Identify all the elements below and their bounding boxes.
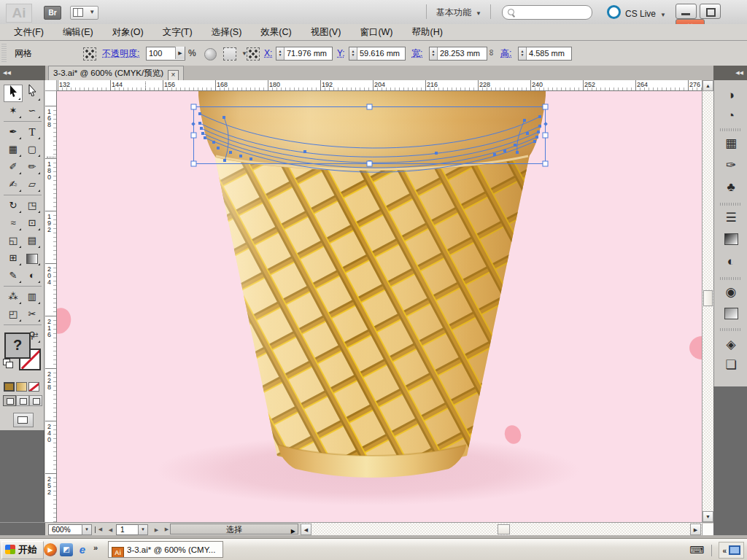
dock-divider[interactable] xyxy=(720,128,742,131)
status-indicator[interactable]: 选择▶ xyxy=(170,524,298,534)
direct-selection-tool[interactable] xyxy=(23,85,42,102)
brushes-panel-icon[interactable]: ✑ xyxy=(714,156,747,175)
swap-fill-stroke-icon[interactable]: ⇄ xyxy=(32,331,38,339)
dock-divider[interactable] xyxy=(720,328,742,331)
internet-explorer-icon[interactable]: e xyxy=(76,543,89,556)
y-label[interactable]: Y: xyxy=(337,41,345,66)
menu-window[interactable]: 窗口(W) xyxy=(350,24,402,40)
vertical-scrollbar-thumb[interactable] xyxy=(703,290,713,306)
first-artboard-icon[interactable]: ◀ xyxy=(95,526,105,533)
width-label[interactable]: 宽: xyxy=(411,41,422,66)
x-label[interactable]: X: xyxy=(264,41,272,66)
menu-file[interactable]: 文件(F) xyxy=(4,24,53,40)
gradient-panel-icon[interactable] xyxy=(714,229,747,248)
menu-object[interactable]: 对象(O) xyxy=(103,24,153,40)
width-field[interactable]: ▲▼28.253 mm xyxy=(429,47,487,61)
artboards-panel-icon[interactable]: ❏ xyxy=(714,356,747,375)
eyedropper-tool[interactable]: ✎ xyxy=(4,267,23,284)
transparency-panel-icon[interactable]: ◐ xyxy=(714,252,747,271)
input-method-icon[interactable]: ⌨ xyxy=(689,544,704,556)
quick-launch-icon[interactable]: ◩ xyxy=(60,543,73,556)
vertical-ruler[interactable]: 168 180 192 204 216 228 240 252 xyxy=(45,91,57,522)
start-button[interactable]: 开始 xyxy=(1,541,44,559)
menu-view[interactable]: 视图(V) xyxy=(301,24,351,40)
none-button[interactable] xyxy=(28,382,39,392)
menu-edit[interactable]: 编辑(E) xyxy=(53,24,103,40)
gradient-tool[interactable] xyxy=(23,249,42,267)
paintbrush-tool[interactable]: ✐ xyxy=(4,158,23,176)
network-icon[interactable] xyxy=(729,545,740,555)
y-field[interactable]: ▲▼59.616 mm xyxy=(349,47,406,61)
draw-behind-button[interactable] xyxy=(16,395,29,406)
recolor-artwork-icon[interactable] xyxy=(223,47,236,61)
previous-artboard-icon[interactable]: ◀ xyxy=(106,524,115,535)
media-player-icon[interactable]: ▶ xyxy=(44,543,57,556)
width-tool[interactable]: ≈ xyxy=(4,214,23,232)
stepper-icon[interactable]: ▲▼ xyxy=(519,47,527,60)
draw-inside-button[interactable] xyxy=(29,395,42,406)
appearance-panel-icon[interactable]: ◉ xyxy=(714,283,747,302)
type-tool[interactable]: T xyxy=(23,123,42,141)
perspective-grid-tool[interactable]: ▤ xyxy=(23,232,42,249)
color-panel-icon[interactable]: ◑ xyxy=(714,86,747,105)
document-tab[interactable]: 3-3.ai* @ 600% (CMYK/预览)× xyxy=(48,66,184,80)
next-artboard-icon[interactable]: ▶ xyxy=(152,524,161,535)
stroke-panel-icon[interactable]: ☰ xyxy=(714,209,747,228)
scale-tool[interactable]: ◳ xyxy=(23,197,42,214)
opacity-field[interactable]: 100▶ xyxy=(146,47,185,61)
graphic-style-icon[interactable] xyxy=(204,48,217,61)
scroll-down-icon[interactable]: ▼ xyxy=(703,511,713,522)
stepper-icon[interactable]: ▲▼ xyxy=(276,47,285,60)
rectangle-grid-tool[interactable]: ▦ xyxy=(4,141,23,158)
eraser-tool[interactable]: ▱ xyxy=(23,176,42,193)
gradient-button[interactable] xyxy=(16,382,27,392)
quick-launch-overflow-icon[interactable]: » xyxy=(93,543,98,552)
vertical-scrollbar[interactable]: ▲ ▼ xyxy=(702,80,713,522)
lasso-tool[interactable]: ∽ xyxy=(23,102,42,120)
selection-tool[interactable] xyxy=(4,85,23,102)
artboard-tool[interactable]: ◰ xyxy=(4,306,23,323)
workspace-switcher[interactable]: 基本功能▼ xyxy=(436,6,481,19)
blend-tool[interactable]: ◐ xyxy=(23,267,42,284)
close-tab-icon[interactable]: × xyxy=(168,70,179,81)
drag-grip[interactable] xyxy=(1,44,7,63)
horizontal-ruler[interactable]: 132 144 156 168 180 192 204 216 228 240 … xyxy=(57,80,702,91)
arrange-documents-button[interactable]: ▼ xyxy=(70,6,98,20)
tools-panel-header[interactable]: ◀◀ xyxy=(0,66,45,80)
rotate-tool[interactable]: ↻ xyxy=(4,197,23,214)
height-field[interactable]: ▲▼4.585 mm xyxy=(518,47,572,61)
dock-header[interactable]: ◀◀ xyxy=(713,66,747,80)
edit-mesh-icon[interactable] xyxy=(83,47,96,61)
restore-button[interactable] xyxy=(700,4,721,19)
magic-wand-tool[interactable]: ✶ xyxy=(4,102,23,120)
height-label[interactable]: 高: xyxy=(500,41,511,66)
screen-mode-button[interactable] xyxy=(13,413,34,427)
layers-panel-icon[interactable]: ◈ xyxy=(714,335,747,354)
cslive-button[interactable]: CS Live▼ xyxy=(607,5,666,18)
graphic-styles-panel-icon[interactable] xyxy=(714,303,747,322)
scroll-left-icon[interactable]: ◀ xyxy=(301,524,311,535)
symbols-panel-icon[interactable]: ♣ xyxy=(714,178,747,197)
taskbar-document-button[interactable]: Ai3-3.ai* @ 600% (CMY... xyxy=(108,541,223,558)
swatches-panel-icon[interactable]: ▦ xyxy=(714,134,747,153)
tray-collapse-icon[interactable]: « xyxy=(722,547,727,555)
scroll-up-icon[interactable]: ▲ xyxy=(703,80,713,91)
dock-divider[interactable] xyxy=(720,203,742,206)
dock-divider[interactable] xyxy=(720,277,742,280)
horizontal-scrollbar-thumb[interactable] xyxy=(498,524,510,534)
link-dimensions-icon[interactable]: ∞ xyxy=(487,50,497,56)
transform-reference-icon[interactable] xyxy=(247,47,260,61)
stepper-icon[interactable]: ▲▼ xyxy=(349,47,357,60)
pencil-tool[interactable]: ✏ xyxy=(23,158,42,176)
slice-tool[interactable]: ✂ xyxy=(23,306,42,323)
bridge-button[interactable]: Br xyxy=(44,6,61,20)
blob-brush-tool[interactable]: ✍ xyxy=(4,176,23,193)
ruler-origin-corner[interactable] xyxy=(45,80,57,91)
color-button[interactable] xyxy=(4,382,15,392)
zoom-dropdown-icon[interactable]: ▼ xyxy=(82,524,92,535)
stepper-icon[interactable]: ▲▼ xyxy=(430,47,438,60)
search-input[interactable] xyxy=(502,5,592,20)
mesh-tool[interactable]: ⊞ xyxy=(4,249,23,267)
column-graph-tool[interactable]: ▥ xyxy=(23,288,42,306)
fill-swatch[interactable]: ? xyxy=(4,332,31,359)
